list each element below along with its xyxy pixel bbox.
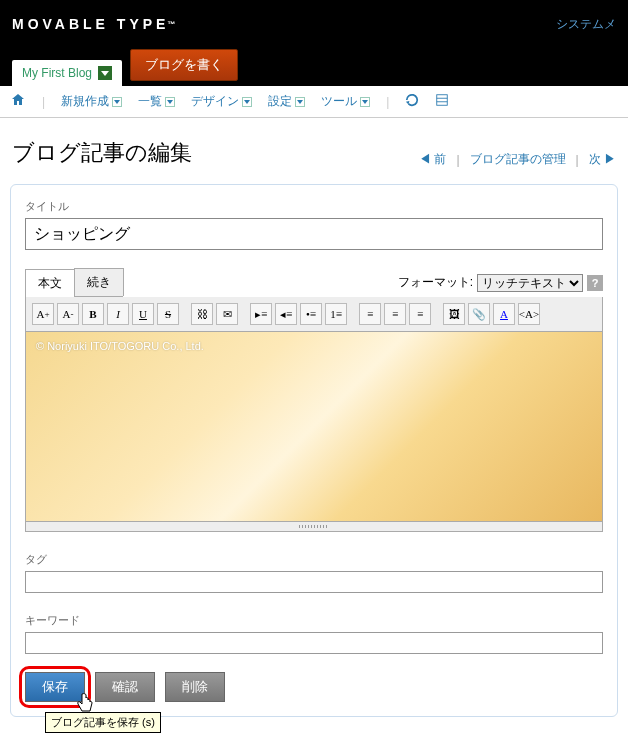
chevron-down-icon bbox=[295, 97, 305, 107]
blog-name: My First Blog bbox=[22, 66, 92, 80]
list-view-icon[interactable] bbox=[435, 93, 449, 110]
image-icon[interactable]: 🖼 bbox=[443, 303, 465, 325]
image-copyright: © Noriyuki ITO/TOGORU Co., Ltd. bbox=[36, 340, 204, 352]
font-increase-icon[interactable]: A+ bbox=[32, 303, 54, 325]
separator: | bbox=[576, 153, 579, 167]
logo-tm: ™ bbox=[167, 20, 175, 29]
chevron-down-icon bbox=[242, 97, 252, 107]
resize-handle[interactable] bbox=[25, 522, 603, 532]
menu-tools[interactable]: ツール bbox=[321, 93, 370, 110]
blog-selector-tab[interactable]: My First Blog bbox=[12, 60, 122, 86]
title-label: タイトル bbox=[25, 199, 603, 214]
nav-prev[interactable]: ◀ 前 bbox=[419, 151, 446, 168]
chevron-down-icon[interactable] bbox=[98, 66, 112, 80]
format-select[interactable]: リッチテキスト bbox=[477, 274, 583, 292]
outdent-icon[interactable]: ◂≡ bbox=[275, 303, 297, 325]
separator: | bbox=[386, 95, 389, 109]
tab-body[interactable]: 本文 bbox=[25, 269, 75, 297]
keyword-label: キーワード bbox=[25, 613, 603, 628]
align-right-icon[interactable]: ≡ bbox=[409, 303, 431, 325]
nav-next[interactable]: 次 ▶ bbox=[589, 151, 616, 168]
align-center-icon[interactable]: ≡ bbox=[384, 303, 406, 325]
separator: | bbox=[456, 153, 459, 167]
nav-manage-entries[interactable]: ブログ記事の管理 bbox=[470, 151, 566, 168]
tab-extended[interactable]: 続き bbox=[74, 268, 124, 296]
tag-label: タグ bbox=[25, 552, 603, 567]
keyword-input[interactable] bbox=[25, 632, 603, 654]
indent-icon[interactable]: ▸≡ bbox=[250, 303, 272, 325]
page-title: ブログ記事の編集 bbox=[12, 138, 192, 168]
tag-input[interactable] bbox=[25, 571, 603, 593]
align-left-icon[interactable]: ≡ bbox=[359, 303, 381, 325]
delete-button[interactable]: 削除 bbox=[165, 672, 225, 702]
separator: | bbox=[42, 95, 45, 109]
strike-icon[interactable]: S bbox=[157, 303, 179, 325]
logo-text: MOVABLE TYPE bbox=[12, 16, 169, 32]
text-color-icon[interactable]: A bbox=[493, 303, 515, 325]
save-tooltip: ブログ記事を保存 (s) bbox=[45, 712, 161, 733]
save-button[interactable]: 保存 bbox=[25, 672, 85, 702]
editor-toolbar: A+ A- B I U S ⛓ ✉ ▸≡ ◂≡ •≡ 1≡ ≡ ≡ ≡ 🖼 📎 … bbox=[25, 297, 603, 332]
chevron-down-icon bbox=[112, 97, 122, 107]
italic-icon[interactable]: I bbox=[107, 303, 129, 325]
chevron-down-icon bbox=[360, 97, 370, 107]
content-editor[interactable]: © Noriyuki ITO/TOGORU Co., Ltd. bbox=[25, 332, 603, 522]
home-icon[interactable] bbox=[10, 92, 26, 111]
menu-new[interactable]: 新規作成 bbox=[61, 93, 122, 110]
font-decrease-icon[interactable]: A- bbox=[57, 303, 79, 325]
bold-icon[interactable]: B bbox=[82, 303, 104, 325]
menu-design[interactable]: デザイン bbox=[191, 93, 252, 110]
underline-icon[interactable]: U bbox=[132, 303, 154, 325]
svg-rect-0 bbox=[437, 95, 448, 106]
system-menu-link[interactable]: システムメ bbox=[556, 16, 616, 33]
bullet-list-icon[interactable]: •≡ bbox=[300, 303, 322, 325]
write-blog-button[interactable]: ブログを書く bbox=[130, 49, 238, 81]
help-icon[interactable]: ? bbox=[587, 275, 603, 291]
html-icon[interactable]: <A> bbox=[518, 303, 540, 325]
confirm-button[interactable]: 確認 bbox=[95, 672, 155, 702]
link-icon[interactable]: ⛓ bbox=[191, 303, 213, 325]
menu-list[interactable]: 一覧 bbox=[138, 93, 175, 110]
title-input[interactable] bbox=[25, 218, 603, 250]
refresh-icon[interactable] bbox=[405, 93, 419, 110]
app-logo: MOVABLE TYPE™ bbox=[12, 16, 175, 32]
number-list-icon[interactable]: 1≡ bbox=[325, 303, 347, 325]
format-label: フォーマット: bbox=[398, 274, 473, 291]
attach-icon[interactable]: 📎 bbox=[468, 303, 490, 325]
chevron-down-icon bbox=[165, 97, 175, 107]
menu-settings[interactable]: 設定 bbox=[268, 93, 305, 110]
mail-icon[interactable]: ✉ bbox=[216, 303, 238, 325]
